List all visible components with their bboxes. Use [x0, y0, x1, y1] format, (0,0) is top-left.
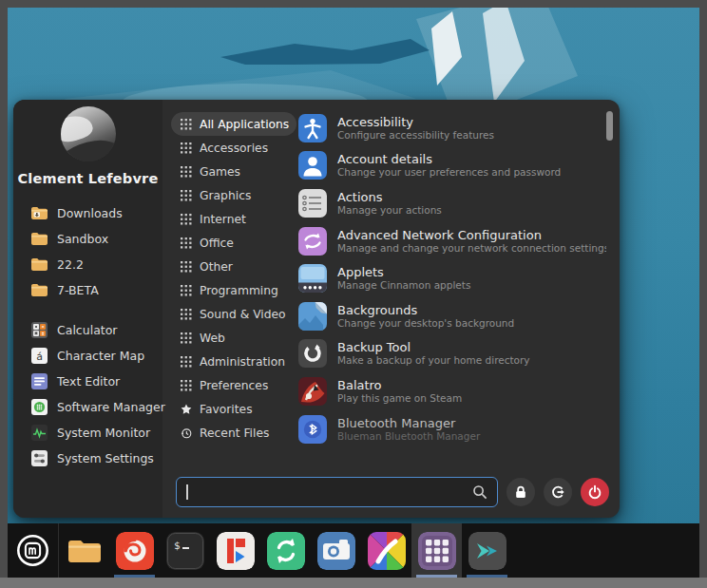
drawing-icon [368, 532, 406, 570]
applets-icon [298, 264, 327, 293]
system-shortcut-item[interactable]: System Monitor [13, 420, 162, 446]
search-box[interactable] [176, 477, 498, 507]
application-title: Accessibility [337, 115, 494, 129]
application-title: Account details [337, 152, 561, 166]
mint-logo-icon [15, 533, 50, 568]
place-item[interactable]: Downloads [13, 200, 162, 226]
category-item[interactable]: Administration [171, 350, 296, 373]
svg-text:á: á [36, 351, 43, 363]
backgrounds-icon [298, 302, 327, 331]
system-shortcut-item[interactable]: Software Manager [13, 394, 162, 420]
place-item[interactable]: 7-BETA [13, 277, 162, 303]
category-item[interactable]: Web [171, 326, 296, 350]
logout-icon [550, 484, 565, 500]
grid-icon [181, 119, 192, 130]
category-item[interactable]: Programming [171, 278, 296, 302]
application-subtitle: Change your desktop's background [337, 317, 514, 330]
taskbar-app[interactable] [311, 523, 361, 578]
search-input[interactable] [188, 485, 473, 500]
taskbar-app[interactable] [411, 523, 462, 578]
lock-icon [513, 484, 528, 500]
taskbar-app[interactable] [109, 523, 160, 578]
system-shortcut-item[interactable]: System Settings [13, 446, 162, 471]
application-item[interactable]: Backgrounds Change your desktop's backgr… [293, 297, 606, 335]
place-item[interactable]: Sandbox [13, 226, 162, 252]
application-item[interactable]: Applets Manage Cinnamon applets [293, 259, 606, 297]
taskbar-app[interactable] [59, 523, 109, 578]
system-settings-icon [31, 450, 48, 466]
taskbar-app[interactable] [210, 523, 260, 578]
category-item[interactable]: Preferences [171, 373, 296, 397]
grid-icon [181, 380, 192, 391]
taskbar: $ [8, 523, 699, 578]
application-title: Backgrounds [337, 303, 514, 317]
system-shortcut-item[interactable]: Calculator [13, 317, 162, 343]
grid-icon [181, 261, 192, 273]
application-item[interactable]: Accessibility Configure accessibility fe… [293, 109, 606, 147]
application-item[interactable]: Advanced Network Configuration Manage an… [293, 222, 606, 260]
application-subtitle: Configure accessibility features [337, 129, 494, 142]
network-icon [298, 227, 327, 256]
application-subtitle: Play this game on Steam [337, 392, 462, 405]
grid-icon [181, 190, 192, 201]
calculator-icon [31, 322, 48, 338]
scrollbar-thumb[interactable] [606, 111, 613, 141]
grid-icon [181, 166, 192, 178]
application-list: Accessibility Configure accessibility fe… [293, 109, 606, 472]
desktop[interactable]: Clement Lefebvre Downloads Sandbox [8, 8, 699, 578]
grid-icon [181, 285, 192, 296]
character-map-icon: á [31, 348, 48, 364]
account-icon [298, 151, 327, 180]
grid-icon [181, 142, 192, 154]
menu-sidebar: Clement Lefebvre Downloads Sandbox [13, 100, 162, 518]
category-item[interactable]: Recent Files [171, 421, 296, 445]
application-item[interactable]: Actions Manage your actions [293, 184, 606, 222]
software-manager-icon [31, 399, 48, 415]
taskbar-app[interactable]: $ [160, 523, 210, 578]
application-subtitle: Make a backup of your home directory [337, 354, 530, 367]
application-title: Advanced Network Configuration [337, 228, 606, 242]
power-icon [587, 484, 602, 500]
logout-button[interactable] [544, 478, 572, 506]
application-item[interactable]: Account details Change your user prefere… [293, 147, 606, 185]
grid-icon [181, 214, 192, 225]
menu-bottom-bar [176, 476, 609, 508]
frame-bottom-edge [0, 578, 707, 588]
system-shortcut-item[interactable]: á Character Map [13, 343, 162, 369]
power-button[interactable] [581, 478, 609, 506]
accessibility-icon [298, 114, 327, 142]
firefox-icon [116, 532, 154, 570]
user-name: Clement Lefebvre [13, 171, 162, 186]
lock-button[interactable] [506, 478, 535, 506]
taskbar-app[interactable] [462, 523, 512, 578]
application-title: Balatro [337, 378, 462, 392]
file-manager-icon [66, 532, 104, 570]
category-item[interactable]: Other [171, 255, 296, 278]
svg-text:$: $ [174, 540, 181, 552]
category-item[interactable]: Graphics [171, 183, 296, 207]
cinnamon-menu: Clement Lefebvre Downloads Sandbox [13, 100, 620, 518]
taskbar-app[interactable] [361, 523, 411, 578]
category-item[interactable]: All Applications [171, 112, 296, 136]
folder-icon [31, 282, 48, 298]
application-item[interactable]: Balatro Play this game on Steam [293, 372, 606, 410]
application-item[interactable]: Backup Tool Make a backup of your home d… [293, 335, 606, 373]
taskbar-app[interactable] [260, 523, 311, 578]
place-item[interactable]: 22.2 [13, 252, 162, 277]
menu-launcher-button[interactable] [8, 523, 59, 578]
backup-icon [298, 339, 327, 368]
application-subtitle: Manage and change your network connectio… [337, 242, 606, 255]
balatro-icon [298, 377, 327, 406]
category-item[interactable]: Internet [171, 207, 296, 231]
system-shortcut-item[interactable]: Text Editor [13, 369, 162, 394]
application-item[interactable]: Bluetooth Manager Blueman Bluetooth Mana… [293, 410, 606, 448]
folder-download-icon [31, 205, 48, 221]
category-item[interactable]: Office [171, 231, 296, 255]
category-item[interactable]: Favorites [171, 397, 296, 421]
recent-icon [181, 427, 192, 439]
category-item[interactable]: Sound & Video [171, 302, 296, 326]
category-item[interactable]: Games [171, 160, 296, 183]
camera-icon [317, 532, 355, 570]
avatar[interactable] [61, 106, 116, 161]
category-item[interactable]: Accessories [171, 136, 296, 160]
